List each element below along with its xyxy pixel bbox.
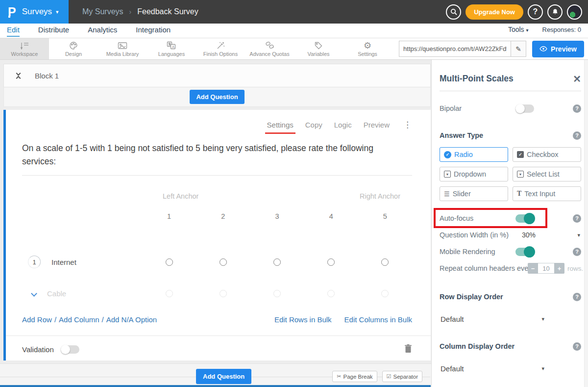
right-anchor-label[interactable]: Right Anchor [360, 192, 400, 200]
scrollbar[interactable] [584, 60, 588, 387]
help-icon[interactable]: ? [573, 248, 581, 256]
row-label[interactable]: Internet [51, 258, 76, 266]
answer-type-text-input[interactable]: T Text Input [513, 186, 581, 201]
bipolar-label: Bipolar [440, 104, 462, 112]
add-row-link[interactable]: Add Row [22, 315, 52, 324]
avatar[interactable] [567, 4, 582, 20]
toolbar-tab-variables[interactable]: Variables [294, 38, 343, 59]
add-question-row-top: Add Question [3, 87, 431, 107]
product-switcher[interactable]: P Surveys ▾ [0, 0, 69, 24]
toolbar-tab-languages[interactable]: A Languages [147, 38, 196, 59]
mobile-rendering-toggle[interactable] [515, 248, 534, 256]
help-icon[interactable]: ? [573, 342, 581, 351]
toolbar-tab-advance-quotas[interactable]: Advance Quotas [245, 38, 294, 59]
repeat-headers-value[interactable]: 10 [538, 263, 554, 274]
add-column-link[interactable]: Add Column [59, 315, 99, 324]
row-drag-handle[interactable]: 1 [28, 256, 41, 268]
radio-button[interactable] [327, 290, 335, 297]
answer-type-label: Radio [454, 151, 473, 158]
magic-wand-icon [216, 41, 225, 50]
toolbar-tab-workspace[interactable]: Workspace [0, 38, 49, 59]
radio-button[interactable] [381, 258, 389, 266]
column-header[interactable]: 4 [304, 212, 358, 220]
eye-icon [539, 46, 547, 52]
radio-button[interactable] [273, 290, 281, 297]
tab-integration[interactable]: Integration [136, 26, 171, 36]
tab-analytics[interactable]: Analytics [88, 26, 117, 36]
autofocus-toggle[interactable] [515, 214, 534, 223]
question-tab-settings[interactable]: Settings [267, 121, 294, 129]
tools-menu[interactable]: Tools ▾ [508, 26, 529, 33]
help-icon[interactable]: ? [573, 214, 581, 223]
left-anchor-label[interactable]: Left Anchor [163, 192, 198, 200]
answer-type-checkbox[interactable]: ✓ Checkbox [513, 147, 581, 162]
radio-button[interactable] [381, 290, 389, 297]
repeat-headers-label: Repeat column headers every [440, 264, 534, 272]
chevron-down-icon[interactable] [31, 290, 37, 297]
row-display-order-select[interactable]: Default ▾ [441, 315, 544, 323]
radio-button[interactable] [166, 258, 173, 266]
more-options-icon[interactable]: ⋮ [403, 120, 412, 130]
toolbar-tab-design[interactable]: Design [49, 38, 98, 59]
help-icon[interactable]: ? [573, 131, 581, 140]
question-tab-copy[interactable]: Copy [305, 121, 322, 129]
tab-edit[interactable]: Edit [7, 26, 20, 37]
answer-type-radio[interactable]: ✓ Radio [440, 147, 508, 162]
answer-type-dropdown[interactable]: ▼ Dropdown [440, 167, 508, 181]
toolbar-tab-settings[interactable]: ⚙ Settings [343, 38, 392, 59]
chevron-down-icon: ▾ [526, 27, 528, 33]
question-tab-preview[interactable]: Preview [364, 121, 390, 129]
notifications-button[interactable] [547, 4, 563, 20]
increment-button[interactable]: + [554, 263, 564, 274]
collapse-block-icon[interactable] [17, 72, 20, 80]
search-button[interactable] [446, 4, 461, 20]
help-icon[interactable]: ? [573, 293, 581, 301]
question-tab-logic[interactable]: Logic [334, 121, 352, 129]
checkbox-icon: ✓ [517, 151, 524, 158]
radio-button[interactable] [327, 258, 335, 266]
separator-button[interactable]: ☑ Separator [382, 371, 422, 382]
main-area: Block 1 Add Question Settings Copy Logic… [0, 60, 588, 387]
validation-toggle[interactable] [61, 345, 79, 354]
radio-button[interactable] [166, 290, 173, 297]
row-label[interactable]: Cable [47, 289, 66, 298]
chevron-down-icon: ▾ [541, 316, 544, 322]
decrement-button[interactable]: − [528, 263, 538, 274]
answer-type-slider[interactable]: ☰ Slider [440, 186, 508, 201]
column-display-order-select[interactable]: Default ▾ [441, 364, 544, 373]
close-icon[interactable]: ✕ [573, 74, 581, 84]
page-break-button[interactable]: ✂ Page Break [332, 371, 377, 382]
question-text[interactable]: On a scale of 1-5 with 1 being not satis… [22, 142, 399, 168]
delete-question-button[interactable] [404, 344, 412, 355]
edit-url-button[interactable]: ✎ [511, 41, 526, 57]
radio-button[interactable] [220, 290, 227, 297]
editor-toolbar: Workspace Design Media Library A Languag… [0, 38, 588, 60]
chevron-down-icon[interactable]: ▾ [577, 232, 580, 238]
column-header[interactable]: 2 [196, 212, 250, 220]
radio-button[interactable] [220, 258, 227, 266]
tab-distribute[interactable]: Distribute [38, 26, 69, 36]
help-button[interactable]: ? [528, 4, 543, 20]
dropdown-icon: ▼ [444, 171, 451, 178]
toolbar-tab-media-library[interactable]: Media Library [98, 38, 147, 59]
help-icon[interactable]: ? [573, 104, 581, 113]
add-question-button-bottom[interactable]: Add Question [196, 369, 251, 384]
breadcrumb-my-surveys[interactable]: My Surveys [82, 7, 123, 16]
autofocus-label: Auto-focus [440, 214, 473, 222]
radio-button[interactable] [273, 258, 281, 266]
preview-button[interactable]: Preview [532, 41, 584, 57]
toolbar-tab-finish-options[interactable]: Finish Options [196, 38, 245, 59]
edit-columns-bulk-link[interactable]: Edit Columns in Bulk [344, 315, 412, 324]
responses-count[interactable]: Responses: 0 [542, 26, 582, 33]
column-header[interactable]: 3 [250, 212, 304, 220]
column-header[interactable]: 1 [142, 212, 196, 220]
upgrade-now-button[interactable]: Upgrade Now [466, 4, 523, 20]
answer-type-select-list[interactable]: ▼ Select List [513, 167, 581, 181]
bipolar-toggle[interactable] [515, 104, 534, 113]
edit-rows-bulk-link[interactable]: Edit Rows in Bulk [274, 315, 332, 324]
column-header[interactable]: 5 [358, 212, 412, 220]
add-na-option-link[interactable]: Add N/A Option [106, 315, 157, 324]
question-width-value[interactable]: 30% [522, 231, 536, 239]
add-question-button-top[interactable]: Add Question [190, 90, 244, 104]
survey-url-input[interactable] [399, 41, 511, 57]
